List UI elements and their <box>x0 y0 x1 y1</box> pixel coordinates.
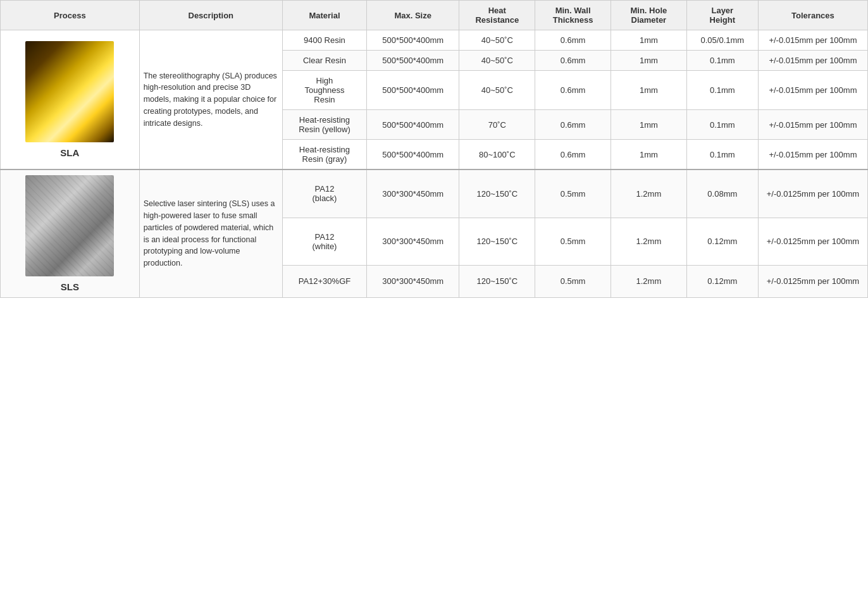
heat-resistance-cell: 120~150˚C <box>459 218 535 265</box>
min-wall-cell: 0.5mm <box>535 265 611 297</box>
max-size-cell: 500*500*400mm <box>367 110 459 140</box>
heat-resistance-cell: 70˚C <box>459 110 535 140</box>
max-size-cell: 300*300*450mm <box>367 169 459 218</box>
layer-height-cell: 0.05/0.1mm <box>686 30 758 51</box>
layer-height-cell: 0.12mm <box>686 265 758 297</box>
min-hole-cell: 1.2mm <box>611 265 686 297</box>
heat-resistance-cell: 40~50˚C <box>459 30 535 51</box>
layer-height-cell: 0.1mm <box>686 110 758 140</box>
min-wall-cell: 0.6mm <box>535 30 611 51</box>
min-wall-cell: 0.6mm <box>535 71 611 110</box>
material-cell: Heat-resistingResin (gray) <box>282 140 366 170</box>
min-wall-cell: 0.6mm <box>535 140 611 170</box>
description-cell-sls: Selective laser sintering (SLS) uses a h… <box>139 169 282 298</box>
tolerances-cell: +/-0.015mm per 100mm <box>758 51 867 71</box>
tolerances-cell: +/-0.0125mm per 100mm <box>758 218 867 265</box>
header-maxsize: Max. Size <box>367 1 459 30</box>
tolerances-cell: +/-0.015mm per 100mm <box>758 110 867 140</box>
description-cell-sla: The stereolithography (SLA) produces hig… <box>139 30 282 170</box>
min-hole-cell: 1.2mm <box>611 218 686 265</box>
max-size-cell: 300*300*450mm <box>367 265 459 297</box>
tolerances-cell: +/-0.015mm per 100mm <box>758 140 867 170</box>
heat-resistance-cell: 40~50˚C <box>459 71 535 110</box>
layer-height-cell: 0.08mm <box>686 169 758 218</box>
header-process: Process <box>1 1 140 30</box>
min-hole-cell: 1.2mm <box>611 169 686 218</box>
tolerances-cell: +/-0.015mm per 100mm <box>758 71 867 110</box>
min-hole-cell: 1mm <box>611 140 686 170</box>
material-cell: Clear Resin <box>282 51 366 71</box>
header-min-wall: Min. WallThickness <box>535 1 611 30</box>
max-size-cell: 300*300*450mm <box>367 218 459 265</box>
tolerances-cell: +/-0.0125mm per 100mm <box>758 265 867 297</box>
layer-height-cell: 0.1mm <box>686 71 758 110</box>
material-cell: HighToughnessResin <box>282 71 366 110</box>
min-wall-cell: 0.5mm <box>535 218 611 265</box>
min-hole-cell: 1mm <box>611 71 686 110</box>
header-tolerances: Tolerances <box>758 1 867 30</box>
header-heat-resistance: HeatResistance <box>459 1 535 30</box>
max-size-cell: 500*500*400mm <box>367 30 459 51</box>
header-layer-height: LayerHeight <box>686 1 758 30</box>
min-hole-cell: 1mm <box>611 110 686 140</box>
tolerances-cell: +/-0.0125mm per 100mm <box>758 169 867 218</box>
material-cell: PA12(black) <box>282 169 366 218</box>
min-wall-cell: 0.6mm <box>535 110 611 140</box>
process-cell-sla: SLA <box>1 30 140 170</box>
max-size-cell: 500*500*400mm <box>367 51 459 71</box>
min-wall-cell: 0.6mm <box>535 51 611 71</box>
process-cell-sls: SLS <box>1 169 140 298</box>
heat-resistance-cell: 80~100˚C <box>459 140 535 170</box>
min-wall-cell: 0.5mm <box>535 169 611 218</box>
material-cell: PA12(white) <box>282 218 366 265</box>
material-cell: PA12+30%GF <box>282 265 366 297</box>
min-hole-cell: 1mm <box>611 51 686 71</box>
heat-resistance-cell: 40~50˚C <box>459 51 535 71</box>
sla-image <box>25 41 114 142</box>
heat-resistance-cell: 120~150˚C <box>459 265 535 297</box>
max-size-cell: 500*500*400mm <box>367 140 459 170</box>
max-size-cell: 500*500*400mm <box>367 71 459 110</box>
min-hole-cell: 1mm <box>611 30 686 51</box>
sla-label: SLA <box>4 147 135 158</box>
heat-resistance-cell: 120~150˚C <box>459 169 535 218</box>
sls-image <box>25 175 114 276</box>
layer-height-cell: 0.1mm <box>686 140 758 170</box>
material-cell: Heat-resistingResin (yellow) <box>282 110 366 140</box>
tolerances-cell: +/-0.015mm per 100mm <box>758 30 867 51</box>
layer-height-cell: 0.12mm <box>686 218 758 265</box>
header-material: Material <box>282 1 366 30</box>
material-cell: 9400 Resin <box>282 30 366 51</box>
layer-height-cell: 0.1mm <box>686 51 758 71</box>
sls-label: SLS <box>4 281 135 292</box>
header-min-hole: Min. HoleDiameter <box>611 1 686 30</box>
header-description: Description <box>139 1 282 30</box>
